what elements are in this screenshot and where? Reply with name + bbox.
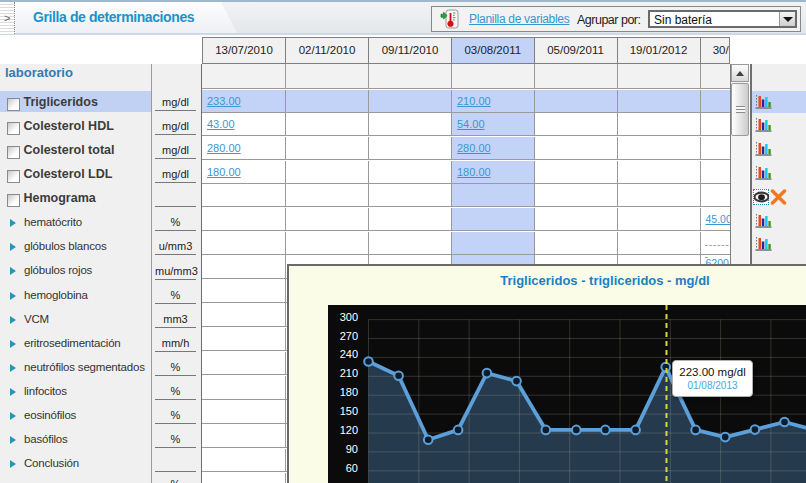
svg-text:300: 300 (340, 311, 358, 323)
svg-text:150: 150 (340, 405, 358, 417)
svg-text:240: 240 (340, 348, 358, 360)
svg-text:120: 120 (340, 424, 358, 436)
svg-text:270: 270 (340, 330, 358, 342)
svg-text:210: 210 (340, 367, 358, 379)
svg-text:60: 60 (346, 462, 358, 474)
svg-text:90: 90 (346, 443, 358, 455)
svg-text:180: 180 (340, 386, 358, 398)
